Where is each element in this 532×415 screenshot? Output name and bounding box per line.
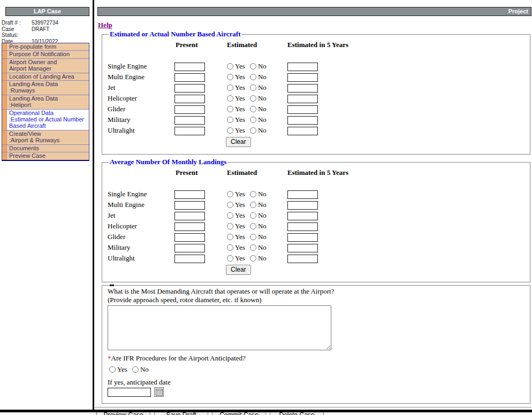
estimated-yes-radio[interactable]	[227, 74, 233, 80]
estimated-no-radio[interactable]	[250, 74, 256, 80]
help-link[interactable]: Help	[98, 21, 112, 29]
estimated-no-radio[interactable]	[250, 223, 256, 229]
sidebar-item-purpose-of-notification[interactable]: Purpose Of Notification	[2, 51, 89, 58]
five-years-input[interactable]	[287, 116, 318, 125]
present-input[interactable]	[174, 201, 205, 210]
no-label: No	[258, 126, 267, 134]
present-input[interactable]	[174, 127, 205, 135]
estimated-no-radio[interactable]	[250, 95, 256, 102]
estimated-no-radio[interactable]	[250, 212, 256, 219]
estimated-yes-radio[interactable]	[227, 223, 233, 229]
five-years-input[interactable]	[287, 233, 318, 242]
aircraft-label: Multi Engine	[108, 201, 174, 209]
estimated-no-radio[interactable]	[250, 202, 256, 208]
draft-number-label: Draft # :	[2, 20, 32, 26]
sidebar-item-landing-area-data[interactable]: Landing Area Data:Heliport	[2, 95, 89, 110]
five-years-input[interactable]	[287, 63, 318, 71]
most-demanding-note: (Provide approach speed, rotor diameter,…	[108, 296, 530, 304]
five-years-input[interactable]	[287, 105, 318, 114]
five-years-input[interactable]	[287, 212, 318, 220]
five-years-input[interactable]	[287, 244, 318, 252]
estimated-no-radio[interactable]	[250, 255, 256, 262]
five-years-input[interactable]	[287, 84, 318, 93]
estimated-yes-radio[interactable]	[227, 106, 233, 112]
estimated-yes-radio[interactable]	[227, 191, 233, 197]
sidebar-item-location-of-landing-area[interactable]: Location of Landing Area	[2, 73, 89, 81]
five-years-input[interactable]	[287, 222, 318, 231]
present-cell	[174, 115, 227, 125]
estimated-yes-radio[interactable]	[227, 212, 233, 219]
five-years-cell	[287, 211, 373, 220]
estimated-yes-radio[interactable]	[227, 255, 233, 262]
column-header-present: Present	[174, 168, 227, 177]
estimated-cell: YesNo	[227, 254, 287, 263]
estimated-no-radio[interactable]	[250, 127, 256, 134]
present-input[interactable]	[174, 73, 205, 82]
most-demanding-textarea[interactable]	[108, 305, 331, 350]
aircraft-label: Glider	[108, 233, 174, 241]
five-years-input[interactable]	[287, 201, 318, 210]
estimated-yes-radio[interactable]	[227, 202, 233, 208]
yes-label: Yes	[235, 222, 245, 230]
sidebar-item-documents[interactable]: Documents	[2, 145, 89, 152]
present-input[interactable]	[174, 233, 205, 242]
ifr-yes-label: Yes	[117, 365, 127, 373]
estimated-no-radio[interactable]	[250, 117, 256, 123]
present-cell	[174, 72, 227, 82]
present-input[interactable]	[174, 222, 205, 231]
present-input[interactable]	[174, 255, 205, 263]
present-input[interactable]	[174, 84, 205, 93]
sidebar-menu: Pre-populate formPurpose Of Notification…	[2, 43, 89, 161]
present-input[interactable]	[174, 105, 205, 114]
five-years-input[interactable]	[287, 255, 318, 263]
yes-label: Yes	[235, 233, 245, 241]
estimated-yes-radio[interactable]	[227, 117, 233, 123]
present-cell	[174, 83, 227, 93]
estimated-yes-radio[interactable]	[227, 84, 233, 91]
aircraft-row-military: MilitaryYesNo	[108, 114, 530, 125]
sidebar-item-create-view[interactable]: Create/View:Airport & Runways	[2, 130, 89, 145]
aircraft-row-ultralight: UltralightYesNo	[108, 125, 530, 136]
five-years-cell	[287, 83, 373, 93]
calendar-button[interactable]	[154, 387, 164, 397]
aircraft-label: Military	[108, 243, 174, 252]
sidebar-item-pre-populate-form[interactable]: Pre-populate form	[2, 43, 89, 51]
clear-button[interactable]: Clear	[226, 265, 251, 275]
estimated-yes-radio[interactable]	[227, 234, 233, 240]
estimated-yes-radio[interactable]	[227, 127, 233, 134]
ifr-yes-radio[interactable]	[109, 366, 116, 373]
sidebar-item-label: Location of Landing Area	[7, 73, 89, 80]
estimated-yes-radio[interactable]	[227, 95, 233, 102]
estimated-no-radio[interactable]	[250, 191, 256, 197]
ifr-no-radio[interactable]	[132, 366, 139, 373]
aircraft-row-glider: GliderYesNo	[108, 104, 530, 114]
sidebar-item-landing-area-data[interactable]: Landing Area Data:Runways	[2, 81, 89, 95]
estimated-no-radio[interactable]	[250, 63, 256, 70]
aircraft-row-jet: JetYesNo	[108, 210, 530, 221]
estimated-no-radio[interactable]	[250, 84, 256, 91]
five-years-input[interactable]	[287, 190, 318, 199]
five-years-input[interactable]	[287, 95, 318, 103]
present-input[interactable]	[174, 190, 205, 199]
aircraft-row-jet: JetYesNo	[108, 82, 530, 93]
present-input[interactable]	[174, 244, 205, 252]
five-years-input[interactable]	[287, 127, 318, 135]
sidebar-item-operational-data[interactable]: Operational Data:Estimated or Actual Num…	[2, 110, 89, 130]
present-input[interactable]	[174, 116, 205, 125]
present-input[interactable]	[174, 63, 205, 71]
anticipated-date-input[interactable]	[108, 388, 151, 397]
present-cell	[174, 126, 227, 135]
estimated-yes-radio[interactable]	[227, 244, 233, 251]
aircraft-label: Jet	[108, 211, 174, 220]
estimated-no-radio[interactable]	[250, 106, 256, 112]
most-demanding-question: What is the Most Demanding Aircraft that…	[108, 287, 530, 296]
estimated-no-radio[interactable]	[250, 234, 256, 240]
sidebar-item-preview-case[interactable]: Preview Case	[2, 152, 89, 159]
present-input[interactable]	[174, 212, 205, 220]
estimated-yes-radio[interactable]	[227, 63, 233, 70]
clear-button[interactable]: Clear	[226, 137, 251, 147]
present-input[interactable]	[174, 95, 205, 103]
estimated-no-radio[interactable]	[250, 244, 256, 251]
five-years-input[interactable]	[287, 73, 318, 82]
sidebar-item-airport-owner-and[interactable]: Airport Owner andAirport Manager	[2, 59, 89, 73]
